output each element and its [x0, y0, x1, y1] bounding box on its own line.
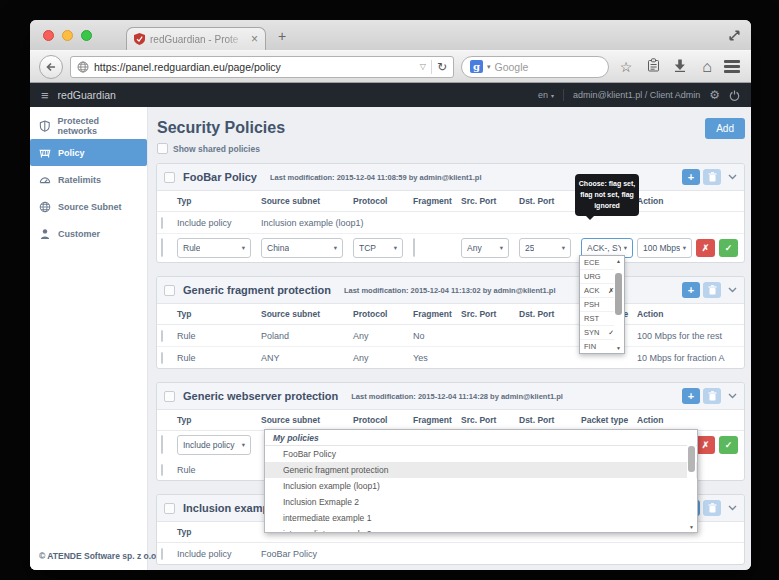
reload-icon[interactable]: ↻	[437, 60, 447, 74]
typ-select[interactable]: Rule▾	[177, 238, 251, 258]
collapse-chevron-icon[interactable]	[728, 393, 737, 399]
sidebar-item-protected-networks[interactable]: Protected networks	[30, 112, 147, 139]
new-tab-button[interactable]: +	[278, 28, 286, 44]
collapse-chevron-icon[interactable]	[728, 505, 737, 511]
dropdown-option[interactable]: Inclusion example (loop1)	[265, 478, 697, 494]
action-select[interactable]: 100 Mbps for the rest▾	[637, 238, 692, 258]
cancel-rule-button[interactable]: ✗	[696, 436, 715, 454]
flag-option-rst[interactable]: RST	[580, 312, 614, 326]
panel-title: Generic webserver protection	[183, 390, 338, 402]
dropdown-option-highlighted[interactable]: Generic fragment protection	[265, 462, 697, 478]
bookmarks-menu-icon[interactable]	[643, 58, 663, 75]
confirm-rule-button[interactable]: ✓	[719, 239, 738, 257]
panel-checkbox[interactable]	[164, 172, 175, 183]
dropdown-option[interactable]: FooBar Policy	[265, 446, 697, 462]
url-dropdown-icon[interactable]: ▽	[420, 62, 426, 71]
window-minimize-button[interactable]	[62, 30, 73, 41]
back-button[interactable]	[39, 55, 63, 79]
scrollbar-thumb[interactable]	[615, 273, 622, 315]
google-icon[interactable]: g	[470, 60, 483, 73]
flag-option-psh[interactable]: PSH	[580, 298, 614, 312]
row-checkbox[interactable]	[161, 352, 163, 364]
flag-option-ece[interactable]: ECE	[580, 256, 614, 270]
add-rule-button[interactable]: +	[682, 388, 700, 404]
chevron-down-icon: ▾	[394, 244, 397, 252]
collapse-chevron-icon[interactable]	[728, 287, 737, 293]
cancel-rule-button[interactable]: ✗	[696, 239, 715, 257]
main-content: Security Policies Add Show shared polici…	[148, 107, 751, 570]
panel-checkbox[interactable]	[164, 285, 175, 296]
fragment-checkbox[interactable]	[413, 238, 415, 257]
delete-button[interactable]	[703, 388, 721, 404]
scroll-up-icon[interactable]: ▲	[616, 257, 621, 265]
language-selector[interactable]: en ▾	[538, 90, 554, 100]
browser-tab[interactable]: redGuardian - Prote ×	[126, 27, 266, 50]
dropdown-option[interactable]: Inclusion Exmaple 2	[265, 494, 697, 510]
collapse-chevron-icon[interactable]	[728, 174, 737, 180]
add-rule-button[interactable]: +	[682, 282, 700, 298]
trash-icon	[708, 172, 717, 182]
row-checkbox[interactable]	[161, 464, 163, 476]
delete-button[interactable]	[703, 282, 721, 298]
back-arrow-icon	[46, 62, 56, 72]
user-account-link[interactable]: admin@klient1.pl / Client Admin	[573, 90, 700, 100]
flags-scrollbar[interactable]: ▲ ▼	[614, 257, 623, 352]
fullscreen-expand-icon[interactable]	[728, 28, 741, 46]
delete-button[interactable]	[703, 169, 721, 185]
dropdown-scrollbar[interactable]: ▼	[687, 431, 696, 531]
chevron-down-icon: ▾	[683, 244, 686, 252]
src-port-select[interactable]: Any▾	[461, 238, 509, 258]
trash-icon	[708, 285, 717, 295]
url-bar[interactable]: https://panel.redguardian.eu/page/policy…	[70, 56, 454, 78]
last-modification: Last modification: 2015-12-04 11:08:59 b…	[270, 173, 482, 182]
row-checkbox[interactable]	[161, 435, 163, 454]
flag-option-fin[interactable]: FIN	[580, 340, 614, 353]
flag-option-urg[interactable]: URG	[580, 270, 614, 284]
row-checkbox[interactable]	[161, 238, 163, 257]
scrollbar-thumb[interactable]	[688, 446, 695, 472]
window-close-button[interactable]	[43, 30, 54, 41]
sidebar-item-ratelimits[interactable]: Ratelimits	[30, 166, 147, 193]
scroll-down-icon[interactable]: ▼	[689, 523, 694, 531]
panel-checkbox[interactable]	[164, 391, 175, 402]
site-globe-icon	[77, 61, 89, 73]
dropdown-option[interactable]: intermediate example 1	[265, 510, 697, 526]
bookmark-star-icon[interactable]: ☆	[616, 59, 636, 75]
search-placeholder[interactable]: Google	[495, 61, 529, 73]
protocol-select[interactable]: TCP▾	[353, 238, 403, 258]
confirm-rule-button[interactable]: ✓	[719, 436, 738, 454]
source-subnet-select[interactable]: China▾	[261, 238, 343, 258]
panel-checkbox[interactable]	[164, 503, 175, 514]
dropdown-option[interactable]: intermediate example 2	[265, 526, 697, 533]
search-field[interactable]: g ▾ Google	[461, 56, 609, 78]
row-checkbox[interactable]	[161, 217, 163, 229]
scroll-down-icon[interactable]: ▼	[616, 344, 621, 352]
flag-option-syn[interactable]: SYN✓	[580, 326, 614, 340]
search-engine-caret-icon[interactable]: ▾	[487, 63, 491, 71]
sidebar-item-policy[interactable]: Policy	[30, 139, 147, 166]
delete-button[interactable]	[703, 500, 721, 516]
dst-port-select[interactable]: 25▾	[519, 238, 571, 258]
add-policy-button[interactable]: Add	[705, 118, 745, 139]
downloads-icon[interactable]	[670, 59, 690, 75]
menu-hamburger-icon[interactable]	[724, 60, 740, 73]
row-checkbox[interactable]	[161, 330, 163, 342]
settings-gear-icon[interactable]: ⚙	[709, 89, 720, 101]
sidebar-toggle-icon[interactable]: ≡	[41, 89, 49, 102]
flag-option-ack[interactable]: ACK✗	[580, 284, 614, 298]
window-zoom-button[interactable]	[81, 30, 92, 41]
home-icon[interactable]: ⌂	[697, 58, 717, 76]
table-header-row: Typ Source subnet Protocol Fragment Src.…	[157, 410, 744, 431]
url-text[interactable]: https://panel.redguardian.eu/page/policy	[94, 61, 415, 73]
rule-edit-row: Rule▾ China▾ TCP▾ Any▾ 25▾ ACK-, SYN+▾ 1…	[157, 234, 744, 262]
typ-select[interactable]: Include policy▾	[177, 435, 251, 455]
browser-toolbar: https://panel.redguardian.eu/page/policy…	[30, 50, 751, 83]
tab-close-icon[interactable]: ×	[251, 33, 258, 45]
add-rule-button[interactable]: +	[682, 169, 700, 185]
sidebar-item-customer[interactable]: Customer	[30, 220, 147, 247]
app-brand[interactable]: redGuardian	[58, 89, 116, 101]
row-checkbox[interactable]	[161, 548, 163, 560]
show-shared-checkbox[interactable]	[157, 143, 168, 154]
sidebar-item-source-subnet[interactable]: Source Subnet	[30, 193, 147, 220]
logout-power-icon[interactable]	[729, 90, 740, 101]
